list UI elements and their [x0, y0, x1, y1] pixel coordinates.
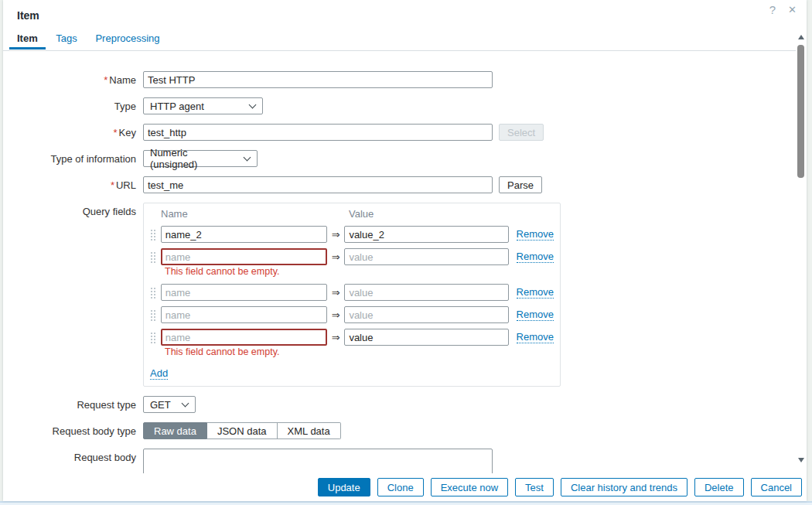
type-select-value: HTTP agent	[150, 101, 204, 112]
tab-tags[interactable]: Tags	[48, 26, 84, 49]
query-name-input[interactable]	[161, 306, 327, 323]
info-type-label: Type of information	[3, 153, 143, 165]
maps-to-arrow: ⇒	[327, 251, 344, 263]
required-asterisk: *	[104, 74, 107, 86]
tab-bar: Item Tags Preprocessing	[3, 26, 807, 51]
chevron-down-icon	[249, 101, 257, 109]
query-name-input[interactable]	[161, 226, 327, 243]
tab-preprocessing[interactable]: Preprocessing	[87, 26, 167, 49]
url-row: *URL Parse	[3, 176, 807, 193]
name-row: *Name	[3, 71, 807, 88]
request-type-select[interactable]: GET	[143, 396, 196, 413]
drag-handle-icon[interactable]	[150, 332, 156, 343]
url-label: *URL	[3, 179, 143, 191]
remove-link[interactable]: Remove	[517, 286, 554, 299]
help-icon[interactable]: ?	[769, 3, 776, 16]
cancel-button[interactable]: Cancel	[751, 478, 802, 496]
required-asterisk: *	[114, 127, 118, 138]
add-link[interactable]: Add	[150, 367, 168, 380]
close-icon[interactable]: ✕	[788, 4, 797, 15]
query-fields-label: Query fields	[3, 203, 143, 217]
query-value-input[interactable]	[344, 306, 508, 323]
maps-to-arrow: ⇒	[327, 287, 344, 299]
clone-button[interactable]: Clone	[377, 478, 424, 496]
query-fields-header: Name Value	[161, 208, 554, 220]
scrollbar	[796, 31, 807, 468]
scroll-down-icon[interactable]	[798, 458, 804, 462]
query-fields-row: Query fields Name Value ⇒ Remove ⇒	[3, 203, 807, 387]
segment-raw-data[interactable]: Raw data	[143, 422, 207, 439]
item-dialog: Item ? ✕ Item Tags Preprocessing *Name T…	[3, 0, 807, 501]
request-body-label: Request body	[3, 449, 143, 463]
dialog-footer: Update Clone Execute now Test Clear hist…	[3, 473, 807, 501]
query-name-input[interactable]	[161, 284, 327, 301]
field-error-message: This field cannot be empty.	[165, 266, 554, 277]
query-field-row: ⇒ Remove	[148, 284, 554, 301]
field-error-message: This field cannot be empty.	[165, 346, 554, 357]
query-value-input[interactable]	[344, 248, 508, 265]
query-name-input[interactable]	[161, 329, 327, 346]
name-input[interactable]	[143, 71, 493, 88]
query-name-input[interactable]	[161, 248, 327, 265]
info-type-select-value: Numeric (unsigned)	[150, 147, 237, 170]
type-row: Type HTTP agent	[3, 97, 807, 114]
maps-to-arrow: ⇒	[327, 309, 344, 321]
info-type-row: Type of information Numeric (unsigned)	[3, 150, 807, 167]
drag-handle-icon[interactable]	[150, 229, 156, 241]
name-label: *Name	[3, 74, 143, 86]
query-value-input[interactable]	[344, 226, 508, 243]
info-type-select[interactable]: Numeric (unsigned)	[143, 150, 258, 167]
scroll-up-icon[interactable]	[798, 35, 804, 39]
query-fields-table: Name Value ⇒ Remove ⇒ Remove	[143, 203, 561, 387]
key-select-button[interactable]: Select	[499, 124, 544, 141]
key-label: *Key	[3, 127, 143, 138]
request-body-type-row: Request body type Raw data JSON data XML…	[3, 422, 807, 439]
type-label: Type	[3, 101, 143, 112]
chevron-down-icon	[244, 154, 251, 162]
remove-link[interactable]: Remove	[517, 251, 554, 263]
tab-item[interactable]: Item	[9, 26, 46, 49]
key-row: *Key Select	[3, 124, 807, 141]
chevron-down-icon	[182, 400, 189, 408]
drag-handle-icon[interactable]	[150, 287, 156, 299]
execute-now-button[interactable]: Execute now	[431, 478, 508, 496]
request-body-textarea[interactable]	[143, 449, 493, 473]
drag-handle-icon[interactable]	[150, 251, 156, 263]
url-input[interactable]	[143, 176, 493, 193]
drag-handle-icon[interactable]	[150, 309, 156, 321]
request-type-select-value: GET	[150, 399, 171, 411]
dialog-titlebar: Item ? ✕	[3, 0, 807, 26]
dialog-body: *Name Type HTTP agent *Key Select Type o…	[3, 51, 807, 473]
update-button[interactable]: Update	[318, 478, 370, 496]
test-button[interactable]: Test	[515, 478, 554, 496]
scrollbar-thumb[interactable]	[797, 45, 804, 178]
request-type-row: Request type GET	[3, 396, 807, 413]
query-value-input[interactable]	[344, 329, 508, 346]
parse-button[interactable]: Parse	[499, 176, 542, 193]
page-background-strip	[0, 501, 812, 505]
remove-link[interactable]: Remove	[517, 309, 554, 321]
key-input[interactable]	[143, 124, 493, 141]
column-header-value: Value	[349, 208, 374, 220]
request-type-label: Request type	[3, 399, 143, 411]
request-body-type-label: Request body type	[3, 425, 143, 437]
segment-json-data[interactable]: JSON data	[207, 422, 278, 439]
delete-button[interactable]: Delete	[694, 478, 744, 496]
maps-to-arrow: ⇒	[327, 229, 344, 241]
type-select[interactable]: HTTP agent	[143, 97, 263, 114]
query-value-input[interactable]	[344, 284, 508, 301]
query-field-row: ⇒ Remove	[148, 306, 554, 323]
segment-xml-data[interactable]: XML data	[278, 422, 341, 439]
remove-link[interactable]: Remove	[517, 331, 554, 343]
column-header-name: Name	[161, 208, 349, 220]
query-field-row: ⇒ Remove	[148, 226, 554, 243]
clear-history-button[interactable]: Clear history and trends	[561, 478, 687, 496]
remove-link[interactable]: Remove	[517, 228, 554, 241]
request-body-type-segmented: Raw data JSON data XML data	[143, 422, 341, 439]
request-body-row: Request body	[3, 449, 807, 473]
query-field-row: ⇒ Remove	[148, 329, 554, 346]
maps-to-arrow: ⇒	[327, 332, 344, 343]
dialog-title: Item	[17, 9, 39, 22]
required-asterisk: *	[111, 179, 114, 191]
query-field-row: ⇒ Remove	[148, 248, 554, 265]
